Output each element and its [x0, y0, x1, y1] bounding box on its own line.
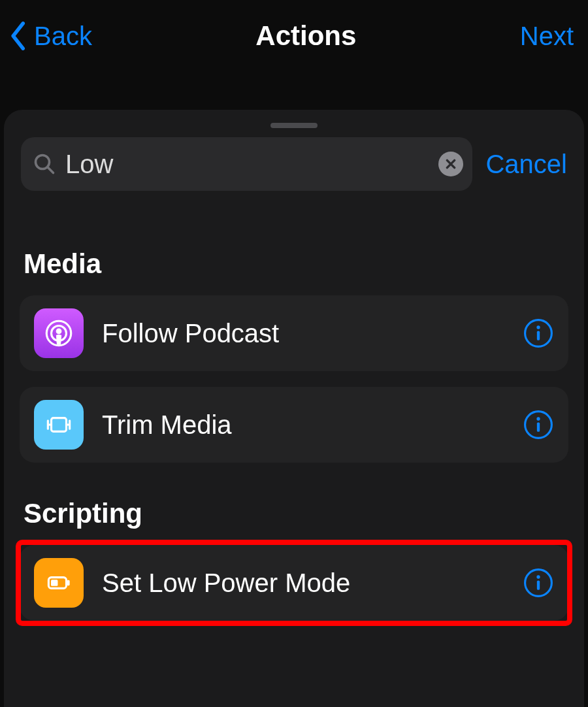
sheet-grabber[interactable] [270, 123, 318, 128]
search-box[interactable] [21, 137, 472, 191]
back-label: Back [34, 22, 92, 51]
close-icon [445, 158, 457, 170]
actions-sheet: Cancel Media Follow Podcast [4, 110, 584, 707]
info-icon [523, 340, 554, 351]
action-follow-podcast[interactable]: Follow Podcast [20, 295, 568, 371]
action-label: Follow Podcast [102, 319, 523, 348]
low-power-mode-icon [34, 558, 84, 608]
svg-point-6 [536, 325, 540, 329]
search-input[interactable] [65, 150, 438, 179]
cancel-button[interactable]: Cancel [485, 150, 567, 179]
action-set-low-power-mode[interactable]: Set Low Power Mode [20, 545, 568, 621]
svg-point-14 [536, 417, 540, 420]
podcast-icon [34, 308, 84, 358]
action-label: Trim Media [102, 410, 523, 440]
section-header-media: Media [4, 248, 584, 280]
chevron-left-icon [9, 22, 26, 50]
svg-rect-8 [52, 418, 67, 432]
svg-rect-18 [67, 580, 70, 585]
navigation-bar: Back Actions Next [0, 0, 588, 72]
info-button[interactable] [523, 409, 554, 440]
svg-rect-21 [537, 580, 540, 589]
svg-rect-7 [537, 331, 540, 340]
page-title: Actions [92, 20, 520, 52]
search-row: Cancel [4, 137, 584, 191]
info-button[interactable] [523, 318, 554, 349]
svg-point-4 [56, 329, 62, 335]
screen: Back Actions Next Cancel Media [0, 0, 588, 707]
search-icon [33, 152, 56, 176]
next-button[interactable]: Next [520, 22, 574, 51]
svg-rect-15 [537, 422, 540, 431]
svg-point-20 [536, 575, 540, 578]
svg-rect-17 [51, 580, 57, 585]
trim-media-icon [34, 400, 84, 450]
back-button[interactable]: Back [9, 22, 92, 51]
info-icon [523, 431, 554, 442]
svg-line-1 [48, 167, 54, 173]
action-label: Set Low Power Mode [102, 568, 523, 598]
info-button[interactable] [523, 567, 554, 599]
clear-search-button[interactable] [438, 152, 463, 176]
section-header-scripting: Scripting [4, 498, 584, 529]
action-trim-media[interactable]: Trim Media [20, 387, 568, 463]
info-icon [523, 589, 554, 600]
